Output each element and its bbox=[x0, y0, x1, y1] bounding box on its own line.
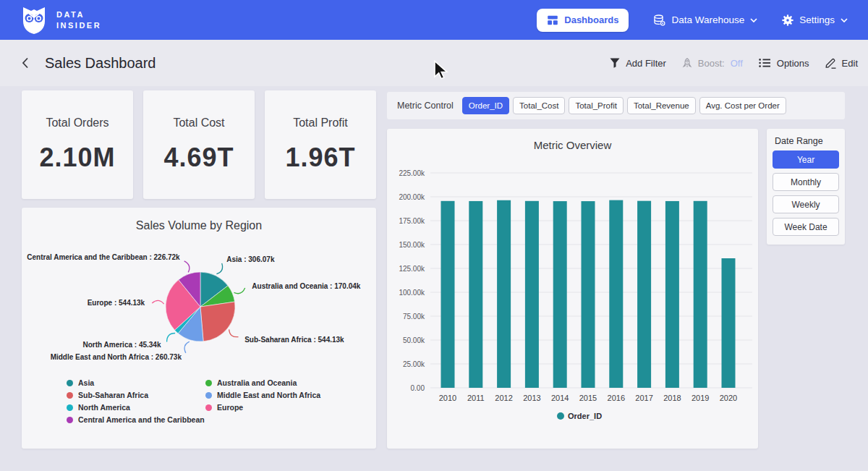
pie-label-north-america: North America : 45.34k bbox=[82, 341, 161, 349]
chart-row: Metric Overview 0.0025.00k50.00k75.00k10… bbox=[387, 129, 845, 449]
legend-item-asia[interactable]: Asia bbox=[67, 378, 205, 387]
edit-button[interactable]: Edit bbox=[825, 58, 858, 69]
date-range-buttons: YearMonthlyWeeklyWeek Date bbox=[773, 150, 839, 236]
options-label: Options bbox=[777, 58, 809, 69]
y-tick-label: 0.00 bbox=[411, 384, 425, 392]
bar-2016[interactable] bbox=[609, 200, 623, 388]
legend-label: Australia and Oceania bbox=[217, 378, 297, 387]
bar-2012[interactable] bbox=[497, 200, 511, 388]
bar-2018[interactable] bbox=[665, 201, 679, 388]
pie-leader-line bbox=[152, 300, 163, 304]
pie-label-australia-and-oceania: Australia and Oceania : 170.04k bbox=[252, 282, 361, 290]
legend-item-europe[interactable]: Europe bbox=[205, 403, 344, 412]
kpi-row: Total Orders 2.10M Total Cost 4.69T Tota… bbox=[22, 90, 376, 199]
y-tick-label: 100.00k bbox=[399, 289, 425, 297]
legend-item-central-america-and-the-caribbean[interactable]: Central America and the Caribbean bbox=[67, 415, 205, 424]
legend-label: North America bbox=[78, 403, 130, 412]
bar-2011[interactable] bbox=[469, 201, 482, 388]
pie-slice-sub-saharan-africa[interactable] bbox=[200, 302, 235, 341]
bar-2019[interactable] bbox=[694, 201, 707, 388]
metric-chip-total-profit[interactable]: Total_Profit bbox=[569, 97, 624, 114]
back-button[interactable] bbox=[22, 57, 29, 69]
pie-leader-line bbox=[184, 261, 190, 273]
legend-label: Sub-Saharan Africa bbox=[78, 391, 148, 399]
metric-chip-order-id[interactable]: Order_ID bbox=[462, 97, 509, 114]
pie-legend: AsiaSub-Saharan AfricaNorth AmericaCentr… bbox=[22, 378, 376, 428]
x-tick-label: 2016 bbox=[608, 394, 625, 402]
settings-menu[interactable]: Settings bbox=[782, 14, 848, 26]
bar-chart-card: Metric Overview 0.0025.00k50.00k75.00k10… bbox=[387, 129, 758, 449]
bar-2010[interactable] bbox=[441, 201, 455, 388]
y-tick-label: 200.00k bbox=[399, 193, 425, 201]
legend-dot bbox=[205, 392, 212, 399]
bar-2013[interactable] bbox=[525, 201, 539, 388]
brand-logo[interactable]: DATA INSIDER bbox=[20, 6, 101, 35]
date-range-monthly[interactable]: Monthly bbox=[773, 173, 839, 191]
legend-item-north-america[interactable]: North America bbox=[67, 403, 205, 412]
bar-2017[interactable] bbox=[637, 201, 651, 388]
pie-chart-card: Sales Volume by Region Asia : 306.07kAus… bbox=[22, 208, 376, 449]
kpi-label: Total Orders bbox=[46, 116, 109, 130]
rocket-icon bbox=[682, 58, 692, 68]
pie-label-europe: Europe : 544.13k bbox=[88, 299, 145, 307]
metric-chip-total-revenue[interactable]: Total_Revenue bbox=[627, 97, 696, 114]
y-tick-label: 175.00k bbox=[399, 217, 425, 225]
data-warehouse-menu[interactable]: Data Warehouse bbox=[653, 14, 757, 26]
boost-toggle[interactable]: Boost: Off bbox=[682, 58, 743, 69]
kpi-card-total-orders: Total Orders 2.10M bbox=[22, 90, 133, 199]
add-filter-button[interactable]: Add Filter bbox=[610, 58, 666, 69]
y-tick-label: 50.00k bbox=[403, 336, 425, 344]
bar-2020[interactable] bbox=[722, 258, 736, 388]
metric-buttons: Order_IDTotal_CostTotal_ProfitTotal_Reve… bbox=[462, 97, 786, 114]
pie-label-sub-saharan-africa: Sub-Saharan Africa : 544.13k bbox=[244, 336, 344, 344]
pie-chart: Asia : 306.07kAustralia and Oceania : 17… bbox=[22, 232, 376, 377]
date-range-panel: Date Range YearMonthlyWeeklyWeek Date bbox=[767, 129, 845, 245]
app-window: DATA INSIDER Dashboards bbox=[0, 0, 868, 471]
bar-2014[interactable] bbox=[553, 201, 567, 388]
right-column: Metric Control Order_IDTotal_CostTotal_P… bbox=[387, 90, 845, 449]
kpi-value: 2.10M bbox=[39, 143, 115, 173]
x-tick-label: 2018 bbox=[663, 394, 681, 402]
metric-chip-total-cost[interactable]: Total_Cost bbox=[513, 97, 565, 114]
metric-chip-avg-cost-per-order[interactable]: Avg. Cost per Order bbox=[699, 97, 786, 114]
legend-dot bbox=[205, 404, 212, 411]
brand-line1: DATA bbox=[56, 10, 101, 19]
x-tick-label: 2019 bbox=[692, 394, 709, 402]
dashboards-label: Dashboards bbox=[564, 14, 618, 25]
boost-value: Off bbox=[731, 58, 743, 69]
x-tick-label: 2011 bbox=[467, 394, 485, 402]
date-range-year[interactable]: Year bbox=[773, 150, 839, 169]
brand-text: DATA INSIDER bbox=[56, 10, 101, 30]
date-range-week-date[interactable]: Week Date bbox=[773, 218, 839, 236]
chevron-down-icon bbox=[841, 18, 848, 22]
y-tick-label: 125.00k bbox=[399, 265, 425, 273]
dashboards-button[interactable]: Dashboards bbox=[537, 9, 629, 32]
legend-item-australia-and-oceania[interactable]: Australia and Oceania bbox=[205, 378, 344, 387]
kpi-card-total-cost: Total Cost 4.69T bbox=[143, 90, 255, 199]
pie-legend-column: AsiaSub-Saharan AfricaNorth AmericaCentr… bbox=[67, 378, 205, 428]
owl-logo-icon bbox=[20, 6, 48, 35]
page-title: Sales Dashboard bbox=[45, 55, 156, 72]
date-range-weekly[interactable]: Weekly bbox=[773, 195, 839, 213]
database-icon bbox=[653, 14, 665, 26]
pie-leader-line bbox=[167, 334, 176, 342]
page-header: Sales Dashboard Add Filter Boost: Off bbox=[0, 40, 868, 86]
legend-dot bbox=[67, 404, 73, 411]
y-tick-label: 150.00k bbox=[399, 241, 425, 249]
x-tick-label: 2012 bbox=[495, 394, 512, 402]
left-column: Total Orders 2.10M Total Cost 4.69T Tota… bbox=[22, 90, 376, 449]
settings-label: Settings bbox=[799, 14, 835, 25]
x-tick-label: 2020 bbox=[720, 394, 737, 402]
page-header-left: Sales Dashboard bbox=[22, 55, 156, 72]
page-header-actions: Add Filter Boost: Off Options bbox=[610, 58, 858, 69]
bar-2015[interactable] bbox=[582, 201, 595, 388]
options-button[interactable]: Options bbox=[759, 58, 809, 69]
nav-menu: Dashboards Data Warehouse bbox=[537, 9, 848, 32]
metric-control-bar: Metric Control Order_IDTotal_CostTotal_P… bbox=[387, 92, 845, 119]
legend-item-middle-east-and-north-africa[interactable]: Middle East and North Africa bbox=[205, 391, 344, 399]
legend-dot bbox=[67, 417, 73, 423]
legend-item-sub-saharan-africa[interactable]: Sub-Saharan Africa bbox=[67, 391, 205, 399]
kpi-value: 1.96T bbox=[285, 143, 355, 173]
kpi-value: 4.69T bbox=[163, 143, 234, 173]
bar-chart: 0.0025.00k50.00k75.00k100.00k125.00k150.… bbox=[387, 151, 758, 442]
